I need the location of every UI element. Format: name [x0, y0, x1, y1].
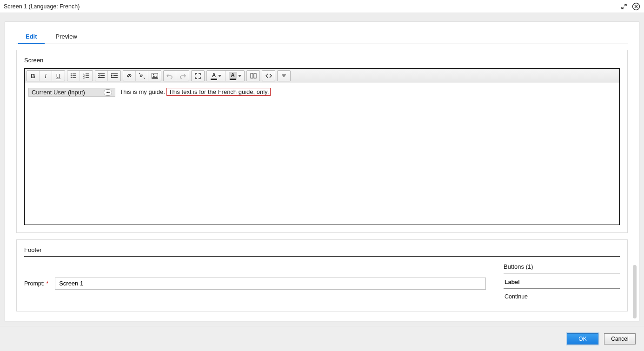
- svg-rect-19: [152, 73, 158, 79]
- svg-rect-17: [113, 75, 118, 76]
- outdent-icon[interactable]: [95, 71, 108, 81]
- indent-icon[interactable]: [108, 71, 120, 81]
- svg-point-5: [71, 77, 72, 78]
- underline-icon[interactable]: U: [52, 71, 65, 81]
- dialog-body: Edit Preview Screen B I U: [0, 13, 644, 326]
- numbered-list-icon[interactable]: 123: [80, 71, 93, 81]
- titlebar-actions: [621, 2, 641, 11]
- ok-button[interactable]: OK: [567, 333, 598, 344]
- undo-group: [163, 70, 189, 81]
- prompt-label: Prompt: *: [24, 280, 48, 287]
- find-replace-icon[interactable]: [247, 71, 259, 81]
- cards: Screen B I U 123: [5, 44, 639, 321]
- unlink-icon[interactable]: [136, 71, 148, 81]
- window-title: Screen 1 (Language: French): [3, 3, 80, 10]
- prompt-input[interactable]: [55, 278, 486, 290]
- scrollbar[interactable]: [633, 265, 637, 318]
- textcolor-group: A A: [206, 70, 245, 81]
- redo-icon[interactable]: [176, 71, 189, 81]
- svg-rect-16: [111, 73, 118, 74]
- undo-icon[interactable]: [164, 71, 176, 81]
- editor-text: This is my guide.: [120, 88, 165, 95]
- format-group: B I U: [27, 70, 65, 81]
- main-panel: Edit Preview Screen B I U: [5, 21, 639, 321]
- svg-rect-14: [100, 75, 105, 76]
- buttons-column: Buttons (1) Label Continue: [504, 263, 620, 304]
- button-item[interactable]: Continue: [504, 289, 620, 304]
- prompt-row: Prompt: *: [24, 263, 486, 304]
- link-icon[interactable]: [123, 71, 136, 81]
- svg-rect-15: [98, 77, 105, 78]
- svg-rect-21: [251, 73, 253, 78]
- footer-card: Footer Prompt: * Buttons (1) Label Conti…: [16, 239, 628, 311]
- tab-bar: Edit Preview: [16, 28, 628, 44]
- svg-point-20: [153, 74, 154, 76]
- more-group: [277, 70, 291, 81]
- svg-text:3: 3: [83, 76, 85, 79]
- indent-group: [95, 70, 121, 81]
- svg-text:1: 1: [83, 73, 85, 75]
- maximize-group: [191, 70, 205, 81]
- screen-heading: Screen: [24, 57, 620, 64]
- required-indicator: *: [46, 280, 48, 287]
- dialog-button-bar: OK Cancel: [0, 326, 644, 351]
- find-group: [246, 70, 260, 81]
- editor: B I U 123: [24, 68, 620, 225]
- svg-rect-12: [86, 77, 89, 78]
- close-icon[interactable]: [632, 2, 640, 11]
- tab-edit[interactable]: Edit: [16, 28, 46, 44]
- editor-body[interactable]: Current User (input) ••• This is my guid…: [25, 83, 619, 216]
- svg-rect-6: [73, 77, 76, 78]
- chip-label: Current User (input): [32, 89, 85, 96]
- more-icon[interactable]: [278, 71, 290, 81]
- text-color-icon[interactable]: A: [207, 71, 226, 81]
- list-group: 123: [67, 70, 93, 81]
- chip-ellipsis-icon[interactable]: •••: [104, 89, 112, 96]
- svg-rect-10: [86, 75, 89, 76]
- svg-rect-2: [73, 73, 76, 74]
- highlight-color-icon[interactable]: A: [226, 71, 244, 81]
- italic-icon[interactable]: I: [40, 71, 52, 81]
- svg-rect-13: [98, 73, 105, 74]
- expand-icon[interactable]: [621, 3, 627, 10]
- buttons-heading: Buttons (1): [504, 263, 620, 273]
- editor-text-highlighted: This text is for the French guide, only.: [166, 88, 271, 96]
- svg-rect-8: [86, 73, 89, 74]
- source-icon[interactable]: [262, 71, 275, 81]
- svg-rect-18: [111, 77, 118, 78]
- bold-icon[interactable]: B: [27, 71, 40, 81]
- editor-toolbar: B I U 123: [25, 69, 619, 83]
- svg-rect-22: [254, 73, 256, 78]
- buttons-label-header: Label: [504, 275, 620, 289]
- image-icon[interactable]: [148, 71, 161, 81]
- svg-point-1: [71, 73, 72, 74]
- screen-card: Screen B I U 123: [16, 50, 628, 233]
- svg-point-3: [71, 75, 72, 76]
- bulleted-list-icon[interactable]: [67, 71, 80, 81]
- merge-field-chip[interactable]: Current User (input) •••: [28, 88, 115, 97]
- svg-rect-4: [73, 75, 76, 76]
- tab-preview[interactable]: Preview: [46, 28, 86, 44]
- insert-group: [123, 70, 161, 81]
- source-group: [262, 70, 275, 81]
- svg-text:2: 2: [83, 74, 85, 77]
- titlebar: Screen 1 (Language: French): [0, 0, 644, 13]
- cancel-button[interactable]: Cancel: [604, 333, 636, 344]
- maximize-icon[interactable]: [192, 71, 204, 81]
- footer-heading: Footer: [24, 246, 620, 253]
